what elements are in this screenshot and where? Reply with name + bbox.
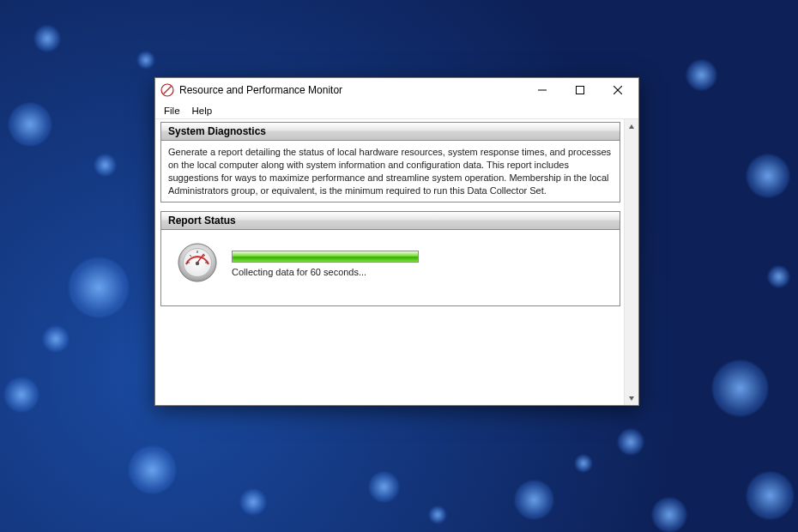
svg-rect-3 — [577, 87, 584, 94]
gauge-icon — [177, 242, 218, 287]
menu-file[interactable]: File — [159, 105, 185, 117]
progress-bar — [232, 251, 419, 263]
scroll-down-button[interactable] — [625, 390, 638, 405]
report-status-header[interactable]: Report Status — [161, 212, 620, 230]
svg-point-14 — [196, 262, 199, 265]
svg-line-1 — [164, 87, 172, 94]
close-button[interactable] — [599, 78, 637, 102]
report-status-section: Report Status — [160, 211, 620, 306]
svg-marker-15 — [629, 124, 634, 129]
scroll-up-button[interactable] — [625, 119, 638, 134]
titlebar[interactable]: Resource and Performance Monitor — [155, 78, 638, 102]
menubar: File Help — [155, 102, 638, 119]
maximize-button[interactable] — [561, 78, 599, 102]
system-diagnostics-header[interactable]: System Diagnostics — [161, 123, 620, 141]
app-icon — [160, 83, 174, 97]
system-diagnostics-body: Generate a report detailing the status o… — [161, 141, 620, 202]
status-text: Collecting data for 60 seconds... — [232, 266, 609, 279]
content-area: System Diagnostics Generate a report det… — [155, 119, 638, 405]
minimize-button[interactable] — [523, 78, 561, 102]
system-diagnostics-section: System Diagnostics Generate a report det… — [160, 122, 620, 203]
vertical-scrollbar[interactable] — [624, 119, 638, 405]
menu-help[interactable]: Help — [187, 105, 218, 117]
resource-performance-monitor-window: Resource and Performance Monitor File He… — [154, 77, 639, 406]
svg-marker-16 — [629, 396, 634, 401]
window-title: Resource and Performance Monitor — [179, 84, 523, 96]
